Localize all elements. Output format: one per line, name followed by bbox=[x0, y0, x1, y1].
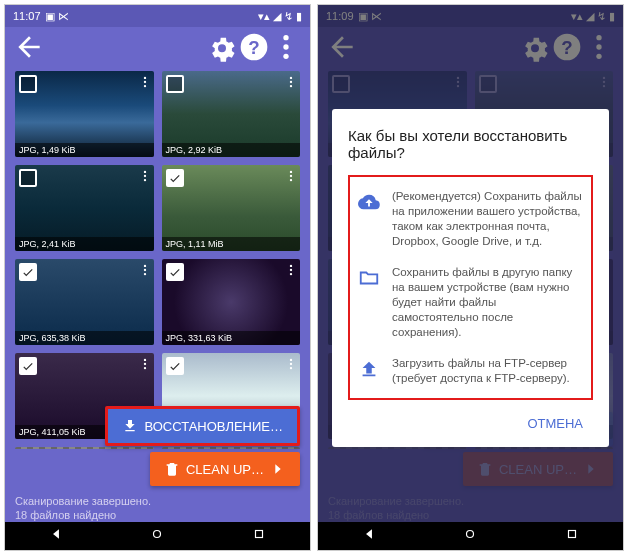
svg-point-23 bbox=[143, 359, 145, 361]
image-thumbnail[interactable]: JPG, 2,92 KiB bbox=[162, 71, 301, 157]
clock: 11:07 bbox=[13, 10, 41, 22]
svg-point-9 bbox=[290, 81, 292, 83]
checkbox[interactable] bbox=[19, 75, 37, 93]
scan-status: Сканирование завершено.18 файлов найдено bbox=[15, 494, 151, 522]
svg-text:?: ? bbox=[248, 37, 259, 58]
action-buttons: ВОССТАНОВЛЕНИЕ… CLEAN UP… bbox=[105, 406, 300, 486]
option-text: (Рекомендуется) Сохранить файлы на прило… bbox=[392, 189, 583, 249]
svg-point-14 bbox=[290, 171, 292, 173]
gear-icon[interactable] bbox=[206, 31, 238, 63]
image-grid: JPG, 1,49 KiBJPG, 2,92 KiBJPG, 2,41 KiBJ… bbox=[5, 67, 310, 449]
cloud-upload-icon bbox=[358, 191, 380, 217]
item-menu-icon[interactable] bbox=[284, 263, 298, 281]
overflow-icon[interactable] bbox=[270, 31, 302, 63]
image-thumbnail[interactable]: JPG, 1,49 KiB bbox=[15, 71, 154, 157]
status-bar: 11:07▣ ⋉ ▾▴ ◢ ↯ ▮ bbox=[5, 5, 310, 27]
svg-point-28 bbox=[290, 367, 292, 369]
folder-icon bbox=[358, 267, 380, 293]
svg-point-60 bbox=[467, 531, 474, 538]
svg-point-26 bbox=[290, 359, 292, 361]
dialog-overlay: Как бы вы хотели восстановить файлы? (Ре… bbox=[318, 5, 623, 550]
svg-point-19 bbox=[143, 273, 145, 275]
cleanup-button[interactable]: CLEAN UP… bbox=[150, 452, 300, 486]
option-ftp[interactable]: Загрузить файлы на FTP-сервер (требует д… bbox=[356, 348, 585, 394]
option-text: Загрузить файлы на FTP-сервер (требует д… bbox=[392, 356, 583, 386]
svg-point-20 bbox=[290, 265, 292, 267]
image-thumbnail[interactable]: JPG, 1,11 MiB bbox=[162, 165, 301, 251]
svg-point-13 bbox=[143, 179, 145, 181]
svg-rect-30 bbox=[256, 531, 263, 538]
option-text: Сохранить файлы в другую папку на вашем … bbox=[392, 265, 583, 340]
svg-point-11 bbox=[143, 171, 145, 173]
nav-home-icon[interactable] bbox=[150, 527, 164, 545]
signal-icon: ▾▴ ◢ ↯ ▮ bbox=[258, 10, 302, 23]
app-bar: ? bbox=[5, 27, 310, 67]
svg-point-2 bbox=[283, 35, 288, 40]
item-menu-icon[interactable] bbox=[138, 357, 152, 375]
nav-home-icon[interactable] bbox=[463, 527, 477, 545]
svg-point-21 bbox=[290, 269, 292, 271]
svg-point-24 bbox=[143, 363, 145, 365]
svg-point-16 bbox=[290, 179, 292, 181]
restore-dialog: Как бы вы хотели восстановить файлы? (Ре… bbox=[332, 109, 609, 447]
file-label: JPG, 1,49 KiB bbox=[15, 143, 154, 157]
image-thumbnail[interactable]: JPG, 635,38 KiB bbox=[15, 259, 154, 345]
checkbox[interactable] bbox=[19, 357, 37, 375]
svg-point-8 bbox=[290, 77, 292, 79]
phone-right: 11:09▣ ⋉ ▾▴ ◢ ↯ ▮ ? JPG, 1,49 KiBJPG, 2,… bbox=[317, 4, 624, 551]
help-icon[interactable]: ? bbox=[238, 31, 270, 63]
svg-point-27 bbox=[290, 363, 292, 365]
svg-point-18 bbox=[143, 269, 145, 271]
svg-point-5 bbox=[143, 77, 145, 79]
svg-point-25 bbox=[143, 367, 145, 369]
nav-bar bbox=[318, 522, 623, 550]
svg-point-12 bbox=[143, 175, 145, 177]
item-menu-icon[interactable] bbox=[138, 75, 152, 93]
item-menu-icon[interactable] bbox=[138, 263, 152, 281]
svg-rect-61 bbox=[569, 531, 576, 538]
checkbox[interactable] bbox=[166, 75, 184, 93]
dialog-title: Как бы вы хотели восстановить файлы? bbox=[348, 127, 593, 161]
nav-bar bbox=[5, 522, 310, 550]
file-label: JPG, 1,11 MiB bbox=[162, 237, 301, 251]
restore-button[interactable]: ВОССТАНОВЛЕНИЕ… bbox=[105, 406, 300, 446]
nav-recent-icon[interactable] bbox=[252, 527, 266, 545]
svg-point-15 bbox=[290, 175, 292, 177]
upload-icon bbox=[358, 358, 380, 384]
svg-point-17 bbox=[143, 265, 145, 267]
svg-point-10 bbox=[290, 85, 292, 87]
file-label: JPG, 2,41 KiB bbox=[15, 237, 154, 251]
file-label: JPG, 2,92 KiB bbox=[162, 143, 301, 157]
item-menu-icon[interactable] bbox=[284, 357, 298, 375]
file-label: JPG, 331,63 KiB bbox=[162, 331, 301, 345]
notif-icon: ▣ ⋉ bbox=[45, 10, 69, 23]
checkbox[interactable] bbox=[19, 263, 37, 281]
svg-point-4 bbox=[283, 54, 288, 59]
svg-point-29 bbox=[154, 531, 161, 538]
checkbox[interactable] bbox=[166, 169, 184, 187]
nav-back-icon[interactable] bbox=[49, 527, 63, 545]
option-cloud[interactable]: (Рекомендуется) Сохранить файлы на прило… bbox=[356, 181, 585, 257]
checkbox[interactable] bbox=[166, 357, 184, 375]
checkbox[interactable] bbox=[166, 263, 184, 281]
cancel-button[interactable]: ОТМЕНА bbox=[517, 408, 593, 439]
image-thumbnail[interactable]: JPG, 331,63 KiB bbox=[162, 259, 301, 345]
item-menu-icon[interactable] bbox=[138, 169, 152, 187]
file-label: JPG, 635,38 KiB bbox=[15, 331, 154, 345]
checkbox[interactable] bbox=[19, 169, 37, 187]
dialog-options: (Рекомендуется) Сохранить файлы на прило… bbox=[348, 175, 593, 400]
item-menu-icon[interactable] bbox=[284, 75, 298, 93]
svg-point-7 bbox=[143, 85, 145, 87]
image-thumbnail[interactable]: JPG, 2,41 KiB bbox=[15, 165, 154, 251]
item-menu-icon[interactable] bbox=[284, 169, 298, 187]
option-folder[interactable]: Сохранить файлы в другую папку на вашем … bbox=[356, 257, 585, 348]
back-icon[interactable] bbox=[13, 31, 45, 63]
phone-left: 11:07▣ ⋉ ▾▴ ◢ ↯ ▮ ? JPG, 1,49 KiBJPG, 2,… bbox=[4, 4, 311, 551]
nav-recent-icon[interactable] bbox=[565, 527, 579, 545]
nav-back-icon[interactable] bbox=[362, 527, 376, 545]
svg-point-3 bbox=[283, 44, 288, 49]
svg-point-22 bbox=[290, 273, 292, 275]
svg-point-6 bbox=[143, 81, 145, 83]
